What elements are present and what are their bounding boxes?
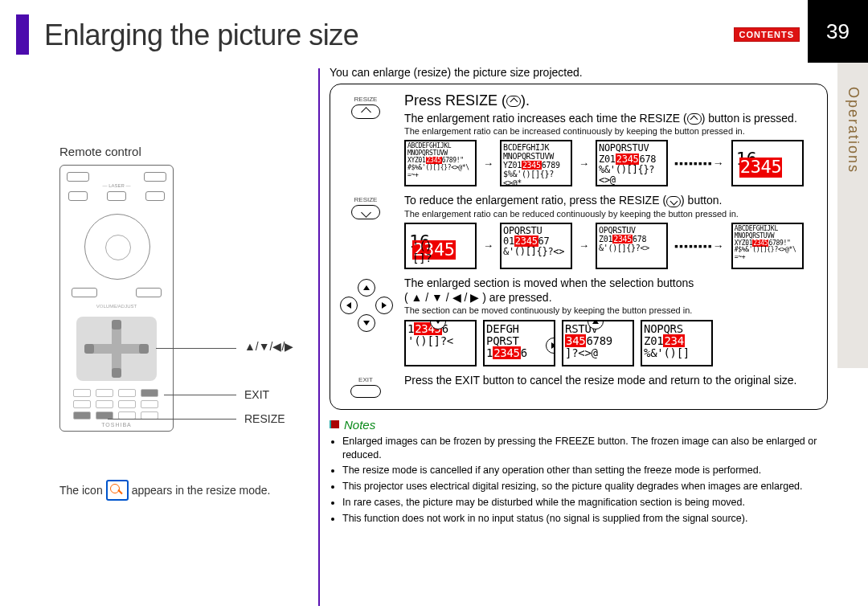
notes-bullet-icon [330, 420, 339, 428]
header-accent [16, 14, 29, 55]
step3-text: The enlarged section is moved when the s… [404, 276, 816, 305]
icon-note-pre: The icon [59, 484, 103, 497]
callout-exit: EXIT [244, 388, 269, 401]
column-divider [318, 68, 320, 606]
notes-section: Notes Enlarged images can be frozen by p… [330, 418, 828, 526]
contents-button[interactable]: CONTENTS [734, 27, 800, 42]
note-item: The resize mode is cancelled if any oper… [342, 464, 828, 477]
step1-sub: The enlargement ratio can be increased c… [404, 125, 816, 137]
step2-text: To reduce the enlargement ratio, press t… [404, 193, 816, 207]
note-item: In rare cases, the picture may be distur… [342, 496, 828, 510]
dpad-icon [340, 279, 391, 330]
enlarge-thumbs: ABCDEFGHIJKLMNOPQRSTUVWXYZ0123456789!"#$… [404, 140, 816, 186]
brand-label: TOSHIBA [60, 422, 173, 428]
intro-text: You can enlarge (resize) the picture siz… [330, 66, 828, 79]
step4-text: Press the EXIT button to cancel the resi… [404, 373, 816, 387]
magnifier-icon [106, 480, 129, 501]
exit-label: EXIT [358, 376, 373, 383]
resize-down-icon [351, 205, 380, 219]
notes-list: Enlarged images can be frozen by pressin… [342, 435, 828, 526]
step1-title: Press RESIZE (). [404, 92, 816, 109]
note-item: This projector uses electrical digital r… [342, 480, 828, 493]
section-tab: Operations [837, 63, 868, 368]
resize-down-label: RESIZE [354, 196, 378, 203]
icon-note: The icon appears in the resize mode. [59, 480, 309, 501]
page-number: 39 [808, 0, 868, 63]
resize-up-icon [351, 104, 380, 119]
notes-heading: Notes [344, 418, 375, 432]
callout-arrows: ▲/▼/◀/▶ [244, 340, 293, 353]
step2-sub: The enlargement ratio can be reduced con… [404, 208, 816, 219]
remote-label: Remote control [59, 145, 309, 158]
note-item: This function does not work in no input … [342, 512, 828, 526]
step3-sub: The section can be moved continuously by… [404, 305, 816, 316]
callout-resize: RESIZE [244, 412, 285, 425]
exit-icon [350, 385, 381, 398]
icon-note-post: appears in the resize mode. [132, 484, 271, 497]
step1-text: The enlargement ratio increases each tim… [404, 111, 816, 125]
instruction-box: RESIZE Press RESIZE (). The enlargement … [330, 84, 828, 410]
move-thumbs: 123456'()[]?< DEFGHPQRST123456 RSTUV3456… [404, 320, 816, 366]
remote-diagram: — LASER — VOLUME/ADJUST TOSHIBA [59, 165, 174, 432]
page-title: Enlarging the picture size [44, 18, 358, 52]
note-item: Enlarged images can be frozen by pressin… [342, 435, 828, 462]
title-bar: Enlarging the picture size [44, 16, 804, 55]
reduce-thumbs: 123456'()[]?< → OPQRSTU01234567&'()[]{}?… [404, 223, 816, 269]
resize-up-label: RESIZE [354, 96, 378, 103]
